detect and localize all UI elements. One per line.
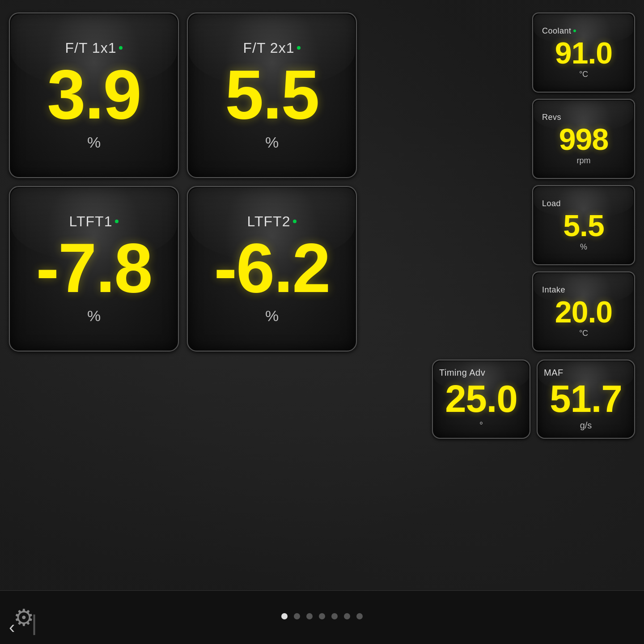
- back-button[interactable]: ‹: [9, 617, 15, 637]
- gauge-ltft1-unit: %: [87, 307, 101, 325]
- gauge-revs-value: 998: [559, 124, 608, 154]
- page-dot-5[interactable]: [331, 613, 338, 619]
- gauge-ltft2-title: LTFT2: [247, 213, 297, 230]
- gauge-load-title: Load: [538, 199, 630, 208]
- gauge-ltft1-value: -7.8: [36, 233, 152, 303]
- gauge-timing-adv-unit: °: [479, 420, 483, 431]
- gauge-coolant-unit: °C: [579, 70, 588, 79]
- page-dot-4[interactable]: [319, 613, 325, 619]
- app-screen: F/T 1x1 3.9 % F/T 2x1 5.5 % LTFT1: [0, 0, 644, 644]
- gauge-ft2x1-value: 5.5: [225, 60, 318, 129]
- gauge-maf-unit: g/s: [580, 420, 592, 431]
- gauge-coolant-value: 91.0: [555, 38, 612, 68]
- gauge-ft1x1-value: 3.9: [47, 60, 140, 129]
- status-dot: [573, 30, 576, 32]
- gauge-load[interactable]: Load 5.5 %: [532, 185, 635, 265]
- gauge-intake-value: 20.0: [555, 297, 612, 327]
- page-dot-6[interactable]: [344, 613, 350, 619]
- gauge-ft2x1-unit: %: [265, 134, 279, 151]
- status-dot: [297, 46, 301, 50]
- page-dot-7[interactable]: [356, 613, 363, 619]
- gauge-ft1x1-unit: %: [87, 134, 101, 151]
- page-dot-2[interactable]: [294, 613, 300, 619]
- page-dots: [281, 613, 363, 619]
- gauge-ltft2-unit: %: [265, 307, 279, 325]
- gauge-ltft2[interactable]: LTFT2 -6.2 %: [187, 186, 357, 352]
- gauge-ltft1[interactable]: LTFT1 -7.8 %: [9, 186, 179, 352]
- gauge-ft1x1-title: F/T 1x1: [65, 40, 123, 56]
- gauge-ltft1-title: LTFT1: [69, 213, 119, 230]
- gauge-revs-title: Revs: [538, 113, 630, 122]
- page-dot-3[interactable]: [306, 613, 313, 619]
- status-dot: [115, 220, 119, 223]
- gauge-ltft2-value: -6.2: [214, 233, 330, 303]
- gauge-load-unit: %: [580, 242, 587, 252]
- footer: ⚙ ‹ |: [0, 590, 644, 644]
- gauge-timing-adv[interactable]: Timing Adv 25.0 °: [432, 360, 530, 439]
- gauge-maf[interactable]: MAF 51.7 g/s: [537, 360, 635, 439]
- gauge-maf-title: MAF: [544, 368, 628, 378]
- gauge-intake-unit: °C: [579, 329, 588, 338]
- gauge-timing-adv-title: Timing Adv: [439, 368, 523, 378]
- gauge-revs-unit: rpm: [577, 156, 591, 165]
- gauge-intake-title: Intake: [538, 285, 630, 295]
- gauge-ft2x1-title: F/T 2x1: [243, 40, 301, 56]
- gauge-intake[interactable]: Intake 20.0 °C: [532, 271, 635, 352]
- gauge-ft1x1[interactable]: F/T 1x1 3.9 %: [9, 13, 179, 178]
- gauge-load-value: 5.5: [563, 210, 604, 241]
- gauge-coolant[interactable]: Coolant 91.0 °C: [532, 13, 635, 93]
- status-dot: [119, 46, 123, 50]
- status-dot: [293, 220, 297, 223]
- gauge-ft2x1[interactable]: F/T 2x1 5.5 %: [187, 13, 357, 178]
- divider: |: [31, 610, 37, 636]
- gauge-maf-value: 51.7: [550, 380, 622, 418]
- gauge-revs[interactable]: Revs 998 rpm: [532, 99, 635, 179]
- gauge-timing-adv-value: 25.0: [445, 380, 517, 418]
- gauge-coolant-title: Coolant: [538, 26, 630, 36]
- page-dot-1[interactable]: [281, 613, 288, 619]
